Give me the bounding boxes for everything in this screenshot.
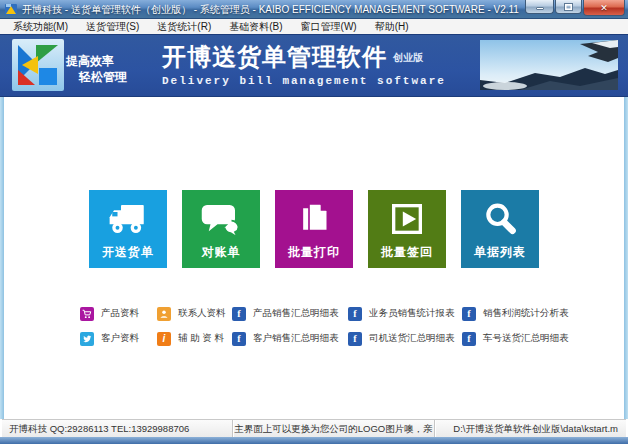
minimize-button[interactable] bbox=[525, 0, 554, 14]
report-icon: f bbox=[348, 332, 362, 346]
banner-slogan: 提高效率 轻松管理 bbox=[66, 53, 127, 85]
status-bar: 开博科技 QQ:29286113 TEL:13929988706 主界面上可以更… bbox=[2, 419, 626, 437]
link-label: 客户销售汇总明细表 bbox=[253, 332, 339, 345]
tile-statement[interactable]: 对账单 bbox=[182, 190, 260, 268]
link-label: 产品销售汇总明细表 bbox=[253, 307, 339, 320]
slogan-line1: 提高效率 bbox=[66, 53, 127, 69]
window-title: 开博科技 - 送货单管理软件（创业版） - 系统管理员 - KAIBO EFFI… bbox=[22, 0, 519, 19]
banner-edition-badge: 创业版 bbox=[393, 52, 423, 63]
link-product-sales-summary[interactable]: f 产品销售汇总明细表 bbox=[232, 306, 339, 321]
chat-bubbles-icon bbox=[200, 199, 242, 239]
link-salesman-sales-report[interactable]: f 业务员销售统计报表 bbox=[348, 306, 455, 321]
menu-delivery-manage[interactable]: 送货管理(S) bbox=[77, 19, 148, 34]
status-contact-info: 开博科技 QQ:29286113 TEL:13929988706 bbox=[2, 420, 232, 437]
link-driver-delivery-summary[interactable]: f 司机送货汇总明细表 bbox=[348, 331, 455, 346]
tile-label: 批量签回 bbox=[368, 244, 446, 261]
maximize-icon bbox=[564, 3, 573, 11]
play-square-icon bbox=[387, 199, 427, 239]
report-icon: f bbox=[462, 332, 476, 346]
company-logo bbox=[12, 39, 64, 91]
tile-batch-sign-return[interactable]: 批量签回 bbox=[368, 190, 446, 268]
report-icon: f bbox=[348, 307, 362, 321]
info-icon: i bbox=[157, 332, 171, 346]
link-label: 车号送货汇总明细表 bbox=[483, 332, 569, 345]
banner: 提高效率 轻松管理 开博送货单管理软件创业版 Delivery bill man… bbox=[0, 34, 628, 97]
truck-icon bbox=[107, 199, 149, 239]
contact-icon bbox=[157, 307, 171, 321]
menu-window-manage[interactable]: 窗口管理(W) bbox=[292, 19, 366, 34]
link-sales-profit-analysis[interactable]: f 销售利润统计分析表 bbox=[462, 306, 569, 321]
banner-titles: 开博送货单管理软件创业版 Delivery bill management so… bbox=[162, 41, 446, 87]
link-label: 业务员销售统计报表 bbox=[369, 307, 455, 320]
slogan-line2: 轻松管理 bbox=[66, 69, 127, 85]
stacked-documents-icon bbox=[294, 199, 334, 239]
banner-subtitle: Delivery bill management software bbox=[162, 75, 446, 87]
link-label: 产品资料 bbox=[101, 307, 139, 320]
link-label: 客户资料 bbox=[101, 332, 139, 345]
link-customer-sales-summary[interactable]: f 客户销售汇总明细表 bbox=[232, 331, 339, 346]
tile-create-delivery-note[interactable]: 开送货单 bbox=[89, 190, 167, 268]
banner-title: 开博送货单管理软件 bbox=[162, 41, 387, 73]
magnifier-icon bbox=[480, 199, 520, 239]
report-icon: f bbox=[232, 307, 246, 321]
link-customer-info[interactable]: 客户资料 bbox=[80, 331, 139, 346]
status-data-path: D:\开博送货单软件创业版\data\kstart.m bbox=[434, 420, 626, 437]
menu-base-data[interactable]: 基础资料(B) bbox=[220, 19, 291, 34]
cart-icon bbox=[80, 307, 94, 321]
window-controls: ✕ bbox=[524, 0, 625, 16]
app-icon bbox=[5, 3, 18, 16]
tile-batch-print[interactable]: 批量打印 bbox=[275, 190, 353, 268]
landscape-photo bbox=[480, 40, 618, 90]
app-window: 开博科技 - 送货单管理软件（创业版） - 系统管理员 - KAIBO EFFI… bbox=[0, 0, 628, 444]
status-hint-text: 主界面上可以更换为您公司的LOGO图片噢，亲 bbox=[232, 420, 434, 437]
bird-icon bbox=[80, 332, 94, 346]
link-auxiliary-info[interactable]: i 辅 助 资 料 bbox=[157, 331, 224, 346]
menu-help[interactable]: 帮助(H) bbox=[366, 19, 418, 34]
tile-label: 对账单 bbox=[182, 244, 260, 261]
tile-document-list[interactable]: 单据列表 bbox=[461, 190, 539, 268]
link-label: 司机送货汇总明细表 bbox=[369, 332, 455, 345]
window-border-left bbox=[0, 97, 4, 419]
window-border-right bbox=[624, 97, 628, 419]
tile-label: 批量打印 bbox=[275, 244, 353, 261]
link-label: 联系人资料 bbox=[178, 307, 226, 320]
report-icon: f bbox=[462, 307, 476, 321]
link-vehicle-delivery-summary[interactable]: f 车号送货汇总明细表 bbox=[462, 331, 569, 346]
minimize-icon bbox=[536, 7, 544, 10]
titlebar[interactable]: 开博科技 - 送货单管理软件（创业版） - 系统管理员 - KAIBO EFFI… bbox=[0, 0, 628, 19]
link-product-info[interactable]: 产品资料 bbox=[80, 306, 139, 321]
report-icon: f bbox=[232, 332, 246, 346]
menu-bar: 系统功能(M) 送货管理(S) 送货统计(R) 基础资料(B) 窗口管理(W) … bbox=[0, 19, 628, 34]
tile-label: 开送货单 bbox=[89, 244, 167, 261]
menu-delivery-stats[interactable]: 送货统计(R) bbox=[148, 19, 220, 34]
close-button[interactable]: ✕ bbox=[583, 0, 625, 16]
link-label: 销售利润统计分析表 bbox=[483, 307, 569, 320]
tile-label: 单据列表 bbox=[461, 244, 539, 261]
menu-system[interactable]: 系统功能(M) bbox=[4, 19, 77, 34]
maximize-button[interactable] bbox=[555, 0, 582, 14]
link-label: 辅 助 资 料 bbox=[178, 332, 224, 345]
window-border-bottom bbox=[0, 437, 628, 444]
link-contact-info[interactable]: 联系人资料 bbox=[157, 306, 226, 321]
close-icon: ✕ bbox=[600, 3, 608, 13]
